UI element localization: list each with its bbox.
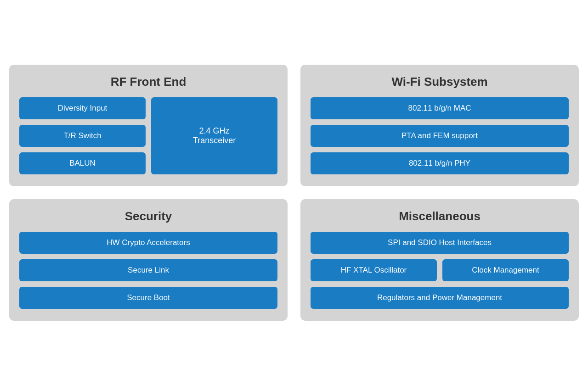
phy-block: 802.11 b/g/n PHY xyxy=(311,152,569,174)
transceiver-block: 2.4 GHzTransceiver xyxy=(151,97,277,174)
misc-grid: SPI and SDIO Host Interfaces HF XTAL Osc… xyxy=(311,232,569,309)
wifi-subsystem-section: Wi-Fi Subsystem 802.11 b/g/n MAC PTA and… xyxy=(300,65,579,186)
balun-block: BALUN xyxy=(19,152,146,174)
hf-xtal-block: HF XTAL Oscillator xyxy=(311,259,437,281)
rf-left-column: Diversity Input T/R Switch BALUN xyxy=(19,97,146,174)
wifi-subsystem-title: Wi-Fi Subsystem xyxy=(311,75,569,89)
regulators-block: Regulators and Power Management xyxy=(311,287,569,309)
misc-row-two: HF XTAL Oscillator Clock Management xyxy=(311,259,569,281)
security-title: Security xyxy=(19,209,277,223)
mac-block: 802.11 b/g/n MAC xyxy=(311,97,569,119)
secure-link-block: Secure Link xyxy=(19,259,277,281)
security-grid: HW Crypto Accelerators Secure Link Secur… xyxy=(19,232,277,309)
hw-crypto-block: HW Crypto Accelerators xyxy=(19,232,277,254)
tr-switch-block: T/R Switch xyxy=(19,125,146,147)
secure-boot-block: Secure Boot xyxy=(19,287,277,309)
spi-sdio-block: SPI and SDIO Host Interfaces xyxy=(311,232,569,254)
wifi-grid: 802.11 b/g/n MAC PTA and FEM support 802… xyxy=(311,97,569,174)
rf-grid: Diversity Input T/R Switch BALUN 2.4 GHz… xyxy=(19,97,277,174)
rf-front-end-section: RF Front End Diversity Input T/R Switch … xyxy=(9,65,288,186)
security-section: Security HW Crypto Accelerators Secure L… xyxy=(9,199,288,321)
rf-front-end-title: RF Front End xyxy=(19,75,277,89)
clock-management-block: Clock Management xyxy=(442,259,569,281)
miscellaneous-section: Miscellaneous SPI and SDIO Host Interfac… xyxy=(300,199,579,321)
miscellaneous-title: Miscellaneous xyxy=(311,209,569,223)
diversity-input-block: Diversity Input xyxy=(19,97,146,119)
rf-right-column: 2.4 GHzTransceiver xyxy=(151,97,277,174)
pta-fem-block: PTA and FEM support xyxy=(311,125,569,147)
page-container: RF Front End Diversity Input T/R Switch … xyxy=(9,65,579,321)
